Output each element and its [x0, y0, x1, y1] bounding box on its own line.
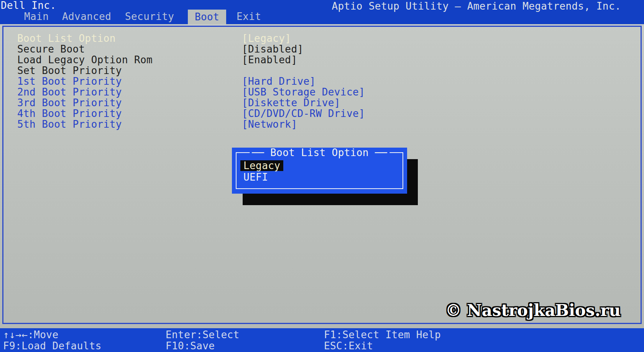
- bios-setup-screen: Dell Inc. Aptio Setup Utility – American…: [0, 0, 644, 352]
- setting-label: Secure Boot: [17, 44, 85, 54]
- setting-value: [Hard Drive]: [242, 76, 316, 87]
- setting-value: [Enabled]: [242, 54, 297, 65]
- setting-2nd-boot-priority[interactable]: 2nd Boot Priority [USB Storage Device]: [3, 87, 641, 97]
- vendor-name: Dell Inc.: [1, 0, 56, 11]
- setting-boot-list-option[interactable]: Boot List Option [Legacy]: [3, 33, 641, 44]
- setting-load-legacy-option-rom[interactable]: Load Legacy Option Rom [Enabled]: [3, 54, 641, 65]
- hotkey-item-help: F1:Select Item Help: [324, 329, 441, 340]
- watermark: © NastrojkaBios.ru: [445, 302, 621, 319]
- setting-label: 4th Boot Priority: [17, 108, 122, 119]
- setting-4th-boot-priority[interactable]: 4th Boot Priority [CD/DVD/CD-RW Drive]: [3, 108, 641, 119]
- setting-label: 2nd Boot Priority: [17, 87, 122, 97]
- utility-title: Aptio Setup Utility – American Megatrend…: [332, 1, 621, 12]
- hotkey-exit: ESC:Exit: [324, 340, 441, 352]
- hotkey-load-defaults: F9:Load Defaults: [3, 340, 102, 352]
- hotkey-bar: ↑↓→←:Move F9:Load Defaults Enter:Select …: [0, 328, 644, 352]
- setting-value: [Network]: [242, 119, 297, 130]
- boot-list-option-dialog: ── Boot List Option ── Legacy UEFI: [232, 148, 407, 194]
- setting-3rd-boot-priority[interactable]: 3rd Boot Priority [Diskette Drive]: [3, 97, 641, 108]
- setting-label: Load Legacy Option Rom: [17, 54, 153, 65]
- tab-security[interactable]: Security: [125, 11, 174, 22]
- tab-advanced[interactable]: Advanced: [62, 11, 111, 22]
- setting-label: 3rd Boot Priority: [17, 97, 122, 108]
- hotkey-save: F10:Save: [166, 340, 240, 352]
- setting-value: [Legacy]: [242, 33, 291, 44]
- tab-main[interactable]: Main: [24, 11, 49, 22]
- setting-label: Set Boot Priority: [17, 65, 122, 76]
- hotkey-move: ↑↓→←:Move: [3, 329, 102, 340]
- setting-value: [CD/DVD/CD-RW Drive]: [242, 108, 365, 119]
- title-bar: Dell Inc. Aptio Setup Utility – American…: [0, 0, 644, 24]
- setting-value: [Diskette Drive]: [242, 97, 340, 108]
- tab-exit[interactable]: Exit: [237, 11, 261, 22]
- setting-label: 5th Boot Priority: [17, 119, 122, 130]
- setting-5th-boot-priority[interactable]: 5th Boot Priority [Network]: [3, 119, 641, 130]
- popup-option-uefi[interactable]: UEFI: [243, 172, 268, 183]
- setting-value: [USB Storage Device]: [242, 87, 365, 97]
- popup-option-legacy[interactable]: Legacy: [240, 160, 283, 171]
- setting-secure-boot[interactable]: Secure Boot [Disabled]: [3, 44, 641, 54]
- setting-value: [Disabled]: [242, 44, 304, 54]
- popup-title: ── Boot List Option ──: [250, 148, 389, 158]
- setting-1st-boot-priority[interactable]: 1st Boot Priority [Hard Drive]: [3, 76, 641, 87]
- tab-boot[interactable]: Boot: [188, 10, 226, 24]
- hotkey-select: Enter:Select: [166, 329, 240, 340]
- setting-label: Boot List Option: [17, 33, 116, 44]
- setting-label: 1st Boot Priority: [17, 76, 122, 87]
- setting-set-boot-priority[interactable]: Set Boot Priority: [3, 65, 641, 76]
